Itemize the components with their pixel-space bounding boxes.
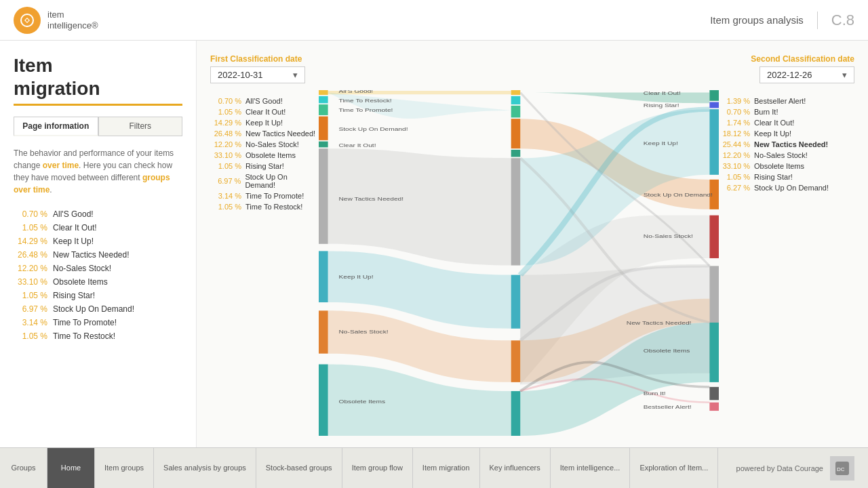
item-label: All'S Good!: [53, 209, 94, 219]
left-legend-item-1: 1.05 %Clear It Out!: [210, 108, 319, 116]
footer-tab-8[interactable]: Item intelligence...: [551, 448, 631, 488]
svg-rect-28: [709, 403, 719, 411]
left-legend-item-2: 14.29 %Keep It Up!: [210, 119, 319, 127]
item-label: No-Sales Stock!: [53, 264, 111, 273]
item-pct: 1.05 %: [14, 331, 47, 341]
right-legend-item-3: 18.12 %Keep It Up!: [719, 129, 854, 138]
svg-rect-17: [511, 275, 521, 329]
right-legend-item-6: 33.10 %Obsolete Items: [719, 162, 854, 170]
tab-filters[interactable]: Filters: [98, 117, 183, 136]
svg-rect-11: [511, 90, 521, 95]
right-legend-item-7: 1.05 %Rising Star!: [719, 173, 854, 181]
svg-text:No-Sales Stock!: No-Sales Stock!: [339, 329, 389, 335]
svg-text:Keep It Up!: Keep It Up!: [644, 140, 678, 146]
svg-text:Rising Star!: Rising Star!: [644, 102, 679, 108]
left-legend-item-5: 33.10 %Obsolete Items: [210, 151, 319, 159]
footer-tab-2[interactable]: Item groups: [95, 448, 154, 488]
svg-rect-16: [511, 158, 521, 265]
first-date-select[interactable]: 2022-10-31 ▾: [210, 66, 305, 83]
footer-tab-0[interactable]: Groups: [0, 448, 47, 488]
svg-rect-15: [511, 150, 521, 157]
svg-rect-24: [709, 216, 719, 258]
page-title: Itemmigration: [14, 54, 182, 100]
right-legend-item-0: 1.39 %Bestseller Alert!: [719, 97, 854, 105]
item-pct: 6.97 %: [14, 304, 47, 314]
svg-rect-18: [511, 340, 521, 382]
svg-text:New Tactics Needed!: New Tactics Needed!: [627, 320, 692, 326]
item-pct: 1.05 %: [14, 291, 47, 300]
sidebar-item-3: 26.48 %New Tactics Needed!: [14, 250, 182, 260]
svg-text:Time To Promote!: Time To Promote!: [339, 107, 393, 113]
item-label: Time To Restock!: [53, 331, 115, 341]
svg-text:Burn It!: Burn It!: [644, 390, 666, 396]
date-controls: First Classification date 2022-10-31 ▾ S…: [210, 54, 854, 83]
footer-tab-6[interactable]: Item migration: [413, 448, 480, 488]
item-label: Obsolete Items: [53, 277, 108, 287]
title-underline: [14, 104, 182, 106]
app-header: item intelligence® Item groups analysis …: [0, 0, 868, 41]
item-label: Rising Star!: [53, 291, 95, 300]
svg-text:Time To Restock!: Time To Restock!: [339, 98, 392, 104]
footer-tab-7[interactable]: Key influencers: [480, 448, 551, 488]
svg-rect-7: [319, 148, 328, 244]
svg-rect-10: [319, 364, 328, 436]
footer-tab-4[interactable]: Stock-based groups: [256, 448, 342, 488]
tab-page-information[interactable]: Page information: [14, 117, 98, 136]
footer-tab-1[interactable]: Home: [47, 448, 95, 488]
svg-text:Clear It Out!: Clear It Out!: [644, 90, 681, 96]
sankey-chart: All'S Good! Time To Restock! Time To Pro…: [319, 90, 719, 436]
svg-text:Clear It Out!: Clear It Out!: [339, 142, 376, 148]
svg-rect-9: [319, 310, 328, 353]
svg-rect-22: [709, 109, 719, 175]
header-page-title: Item groups analysis: [710, 14, 804, 26]
right-legend-item-5: 12.20 %No-Sales Stock!: [719, 151, 854, 159]
svg-text:New Tactics Needed!: New Tactics Needed!: [339, 196, 404, 202]
item-list: 0.70 %All'S Good!1.05 %Clear It Out!14.2…: [14, 209, 182, 341]
svg-rect-14: [511, 119, 521, 148]
svg-rect-21: [709, 102, 719, 108]
svg-point-1: [26, 19, 28, 22]
left-legend-item-8: 3.14 %Time To Promote!: [210, 192, 319, 200]
sidebar-description: The behavior and performance of your ite…: [14, 147, 182, 196]
left-legend-item-3: 26.48 %New Tactics Needed!: [210, 129, 319, 138]
item-label: Time To Promote!: [53, 318, 117, 327]
svg-rect-2: [319, 90, 328, 95]
svg-rect-13: [511, 106, 521, 118]
sidebar-item-5: 33.10 %Obsolete Items: [14, 277, 182, 287]
sidebar-item-1: 1.05 %Clear It Out!: [14, 223, 182, 232]
first-date-group: First Classification date 2022-10-31 ▾: [210, 54, 305, 83]
first-date-label: First Classification date: [210, 54, 305, 64]
sidebar-item-6: 1.05 %Rising Star!: [14, 291, 182, 300]
footer-tab-9[interactable]: Exploration of Item...: [630, 448, 718, 488]
svg-rect-6: [319, 142, 328, 148]
sidebar-item-0: 0.70 %All'S Good!: [14, 209, 182, 219]
svg-text:Keep It Up!: Keep It Up!: [339, 274, 374, 280]
second-date-select[interactable]: 2022-12-26 ▾: [760, 66, 854, 83]
item-label: Clear It Out!: [53, 223, 97, 232]
sankey-container: All'S Good! Time To Restock! Time To Pro…: [319, 90, 719, 436]
svg-text:DC: DC: [837, 466, 845, 472]
footer-powered-by: powered by Data CourageDC: [723, 448, 868, 488]
svg-text:Obsolete Items: Obsolete Items: [339, 399, 386, 405]
right-legend-item-2: 1.74 %Clear It Out!: [719, 119, 854, 127]
svg-rect-12: [511, 96, 521, 104]
item-pct: 1.05 %: [14, 223, 47, 232]
item-pct: 0.70 %: [14, 209, 47, 219]
left-legend-item-0: 0.70 %All'S Good!: [210, 97, 319, 105]
sidebar-item-7: 6.97 %Stock Up On Demand!: [14, 304, 182, 314]
sidebar-item-2: 14.29 %Keep It Up!: [14, 237, 182, 246]
left-legend: 0.70 %All'S Good!1.05 %Clear It Out!14.2…: [210, 90, 319, 436]
right-legend-item-8: 6.27 %Stock Up On Demand!: [719, 184, 854, 192]
svg-rect-3: [319, 96, 328, 104]
svg-text:Stock Up On Demand!: Stock Up On Demand!: [644, 192, 713, 198]
svg-text:Obsolete Items: Obsolete Items: [644, 348, 690, 354]
second-date-group: Second Classification date 2022-12-26 ▾: [751, 54, 854, 83]
footer-tab-5[interactable]: Item group flow: [342, 448, 413, 488]
footer-tab-3[interactable]: Sales analysis by groups: [154, 448, 256, 488]
left-legend-item-7: 6.97 %Stock Up On Demand!: [210, 173, 319, 189]
svg-text:Bestseller Alert!: Bestseller Alert!: [644, 404, 692, 410]
svg-text:All'S Good!: All'S Good!: [339, 90, 374, 94]
svg-rect-4: [319, 104, 328, 115]
sidebar-item-4: 12.20 %No-Sales Stock!: [14, 264, 182, 273]
svg-rect-8: [319, 251, 328, 302]
